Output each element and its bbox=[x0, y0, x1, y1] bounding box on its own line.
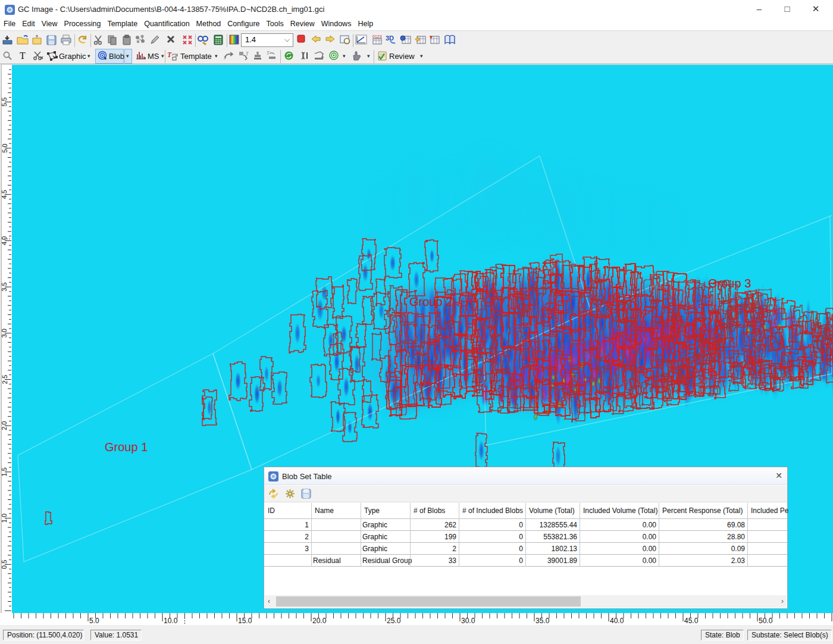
svg-text:45.0: 45.0 bbox=[684, 617, 699, 624]
svg-text:4.5: 4.5 bbox=[1, 190, 8, 199]
svg-text:0123: 0123 bbox=[372, 35, 382, 39]
svg-text:T: T bbox=[267, 51, 270, 56]
svg-text:5.0: 5.0 bbox=[1, 143, 8, 152]
svg-text:5.5: 5.5 bbox=[1, 98, 8, 107]
svg-text:Group 2: Group 2 bbox=[409, 295, 452, 308]
svg-text:Group 1: Group 1 bbox=[105, 440, 148, 454]
svg-text:35.0: 35.0 bbox=[536, 617, 550, 624]
svg-text:1.5: 1.5 bbox=[1, 467, 8, 476]
svg-text:2.5: 2.5 bbox=[1, 375, 8, 384]
svg-text:3.0: 3.0 bbox=[1, 329, 8, 337]
svg-text:10.0: 10.0 bbox=[164, 617, 178, 624]
svg-text:25.0: 25.0 bbox=[387, 617, 401, 624]
svg-text:3D: 3D bbox=[386, 35, 394, 42]
svg-text:3.5: 3.5 bbox=[1, 282, 8, 291]
svg-text:0.5: 0.5 bbox=[1, 560, 8, 569]
svg-text:3: 3 bbox=[223, 55, 226, 60]
svg-text:T: T bbox=[246, 51, 249, 57]
svg-text:40.0: 40.0 bbox=[610, 617, 624, 624]
svg-text:Group 3: Group 3 bbox=[708, 277, 751, 290]
svg-text:5.0: 5.0 bbox=[89, 617, 99, 624]
svg-text:4.0: 4.0 bbox=[1, 236, 8, 245]
svg-text:30.0: 30.0 bbox=[461, 617, 475, 624]
svg-text:20.0: 20.0 bbox=[312, 617, 327, 624]
svg-text:1.0: 1.0 bbox=[1, 514, 8, 523]
svg-text:2.0: 2.0 bbox=[1, 421, 8, 430]
svg-text:T: T bbox=[20, 51, 26, 60]
svg-text:50.0: 50.0 bbox=[759, 617, 773, 624]
svg-text:T: T bbox=[167, 51, 172, 59]
svg-text:15.0: 15.0 bbox=[238, 617, 252, 624]
